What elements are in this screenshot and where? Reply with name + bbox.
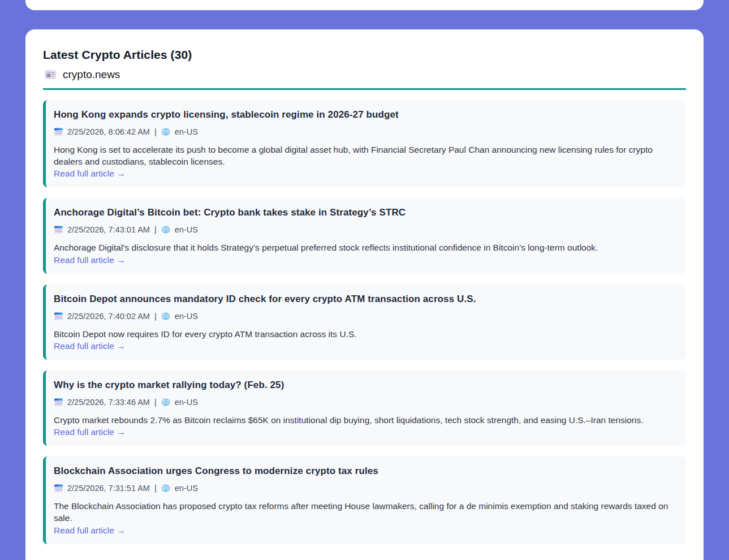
meta-separator: |	[154, 484, 157, 493]
source-section-crypto-news: crypto.news Hong Kong expands crypto lic…	[43, 67, 686, 544]
article-title: Hong Kong expands crypto licensing, stab…	[54, 109, 672, 120]
article-locale: en-US	[175, 398, 198, 407]
page-title: Latest Crypto Articles (30)	[43, 48, 686, 62]
meta-separator: |	[154, 312, 157, 321]
article-description: The Blockchain Association has proposed …	[54, 500, 672, 524]
article-title: Blockchain Association urges Congress to…	[54, 466, 672, 477]
meta-separator: |	[154, 127, 157, 136]
article-card: Blockchain Association urges Congress to…	[43, 456, 686, 544]
article-date: 2/25/2026, 8:06:42 AM	[67, 127, 150, 136]
calendar-icon	[54, 127, 63, 136]
article-locale: en-US	[175, 127, 198, 136]
article-title: Bitcoin Depot announces mandatory ID che…	[54, 294, 672, 305]
source-header-crypto-news: crypto.news	[43, 67, 686, 90]
calendar-icon	[54, 398, 63, 407]
calendar-icon	[54, 225, 63, 234]
globe-icon	[161, 312, 171, 321]
article-description: Crypto market rebounds 2.7% as Bitcoin r…	[54, 414, 672, 426]
globe-icon	[161, 127, 171, 136]
article-description: Hong Kong is set to accelerate its push …	[54, 144, 672, 167]
calendar-icon	[54, 484, 63, 493]
article-locale: en-US	[175, 484, 198, 493]
article-meta: 2/25/2026, 7:43:01 AM | en-US	[54, 225, 672, 234]
newspaper-icon	[44, 69, 57, 80]
article-description: Anchorage Digital’s disclosure that it h…	[54, 242, 672, 253]
source-name: crypto.news	[63, 68, 120, 81]
article-title: Why is the crypto market rallying today?…	[54, 380, 672, 391]
article-meta: 2/25/2026, 8:06:42 AM | en-US	[54, 127, 672, 136]
meta-separator: |	[154, 225, 157, 234]
read-full-article-link[interactable]: Read full article →	[54, 341, 126, 351]
article-date: 2/25/2026, 7:40:02 AM	[67, 312, 150, 321]
read-full-article-link[interactable]: Read full article →	[54, 525, 126, 536]
article-list: Hong Kong expands crypto licensing, stab…	[43, 100, 686, 544]
article-meta: 2/25/2026, 7:33:46 AM | en-US	[54, 398, 672, 407]
article-card: Bitcoin Depot announces mandatory ID che…	[43, 285, 686, 360]
read-full-article-link[interactable]: Read full article →	[54, 427, 126, 437]
meta-separator: |	[154, 398, 157, 407]
article-title: Anchorage Digital’s Bitcoin bet: Crypto …	[54, 207, 672, 218]
top-card	[25, 0, 704, 10]
article-date: 2/25/2026, 7:43:01 AM	[67, 225, 150, 234]
article-card: Anchorage Digital’s Bitcoin bet: Crypto …	[43, 198, 686, 273]
article-locale: en-US	[175, 225, 198, 234]
article-date: 2/25/2026, 7:31:51 AM	[67, 484, 150, 493]
article-description: Bitcoin Depot now requires ID for every …	[54, 328, 672, 340]
globe-icon	[161, 484, 171, 493]
article-card: Hong Kong expands crypto licensing, stab…	[43, 100, 686, 187]
globe-icon	[161, 398, 171, 407]
globe-icon	[161, 225, 171, 234]
article-card: Why is the crypto market rallying today?…	[43, 371, 686, 446]
read-full-article-link[interactable]: Read full article →	[54, 169, 126, 179]
article-date: 2/25/2026, 7:33:46 AM	[67, 398, 150, 407]
read-full-article-link[interactable]: Read full article →	[54, 255, 126, 265]
article-meta: 2/25/2026, 7:31:51 AM | en-US	[54, 484, 672, 493]
articles-panel: Latest Crypto Articles (30) crypto.news …	[25, 29, 704, 560]
article-meta: 2/25/2026, 7:40:02 AM | en-US	[54, 312, 672, 321]
article-locale: en-US	[175, 312, 198, 321]
calendar-icon	[54, 312, 63, 321]
